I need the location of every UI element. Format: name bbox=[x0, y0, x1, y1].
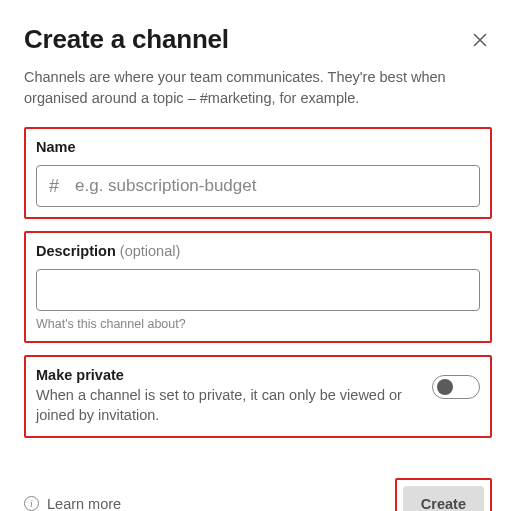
dialog-header: Create a channel bbox=[24, 24, 492, 55]
description-label-text: Description bbox=[36, 243, 116, 259]
name-label: Name bbox=[36, 139, 480, 155]
private-title: Make private bbox=[36, 367, 412, 383]
description-field-group: Description (optional) What's this chann… bbox=[24, 231, 492, 343]
channel-description-input[interactable] bbox=[36, 269, 480, 311]
private-field-group: Make private When a channel is set to pr… bbox=[24, 355, 492, 438]
name-input-wrapper: # bbox=[36, 165, 480, 207]
create-button[interactable]: Create bbox=[403, 486, 484, 511]
description-label: Description (optional) bbox=[36, 243, 480, 259]
close-icon bbox=[472, 32, 488, 48]
description-optional: (optional) bbox=[120, 243, 180, 259]
dialog-subtitle: Channels are where your team communicate… bbox=[24, 67, 492, 109]
private-toggle[interactable] bbox=[432, 375, 480, 399]
private-description: When a channel is set to private, it can… bbox=[36, 385, 412, 426]
create-button-highlight: Create bbox=[395, 478, 492, 511]
learn-more-link[interactable]: i Learn more bbox=[24, 496, 121, 511]
hash-icon: # bbox=[49, 176, 59, 197]
description-hint: What's this channel about? bbox=[36, 317, 480, 331]
channel-name-input[interactable] bbox=[36, 165, 480, 207]
dialog-title: Create a channel bbox=[24, 24, 229, 55]
private-text-block: Make private When a channel is set to pr… bbox=[36, 367, 412, 426]
name-field-group: Name # bbox=[24, 127, 492, 219]
toggle-knob bbox=[437, 379, 453, 395]
dialog-footer: i Learn more Create bbox=[24, 478, 492, 511]
learn-more-text: Learn more bbox=[47, 496, 121, 511]
info-icon: i bbox=[24, 496, 39, 511]
close-button[interactable] bbox=[468, 28, 492, 55]
